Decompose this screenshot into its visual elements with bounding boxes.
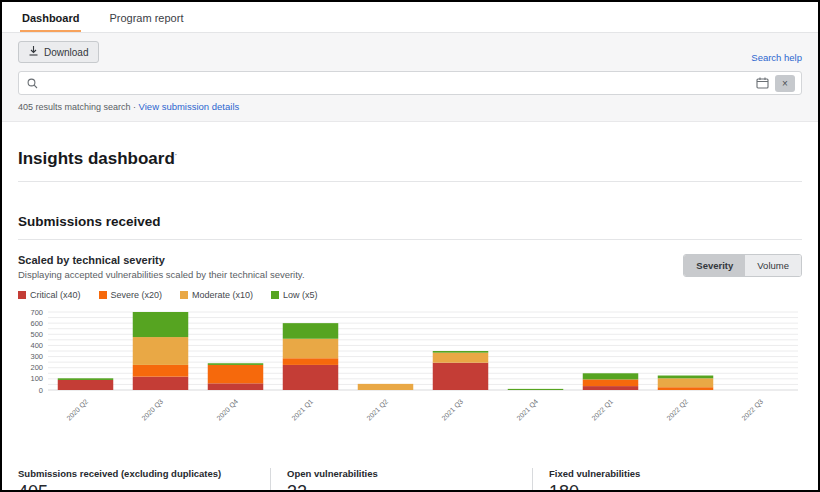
- stat-fixed-vulnerabilities: Fixed vulnerabilities 180 Currently in R…: [532, 468, 802, 492]
- severity-volume-toggle: Severity Volume: [683, 254, 802, 277]
- bar-segment[interactable]: [358, 384, 414, 390]
- stacked-bar-chart: 01002003004005006007002020 Q22020 Q32020…: [18, 306, 804, 422]
- search-bar: ×: [18, 71, 802, 95]
- search-icon: [27, 78, 38, 89]
- legend-swatch-icon: [180, 291, 188, 299]
- bar-segment[interactable]: [283, 323, 339, 339]
- bar-segment[interactable]: [133, 365, 189, 377]
- svg-text:600: 600: [30, 319, 43, 328]
- bar-segment[interactable]: [658, 387, 714, 390]
- search-input[interactable]: [44, 78, 756, 89]
- svg-text:400: 400: [30, 341, 43, 350]
- results-text: 405 results matching search ·: [18, 102, 136, 112]
- svg-text:300: 300: [30, 352, 43, 361]
- bar-segment[interactable]: [433, 363, 489, 390]
- legend-swatch-icon: [99, 291, 107, 299]
- bar-segment[interactable]: [283, 339, 339, 359]
- bar-segment[interactable]: [208, 383, 264, 390]
- bar-segment[interactable]: [658, 378, 714, 387]
- bar-segment[interactable]: [658, 376, 714, 379]
- toggle-severity[interactable]: Severity: [684, 255, 745, 276]
- svg-text:700: 700: [30, 308, 43, 317]
- calendar-icon[interactable]: [756, 77, 769, 89]
- stat-label: Open vulnerabilities: [287, 468, 512, 479]
- svg-text:0: 0: [39, 386, 43, 395]
- x-axis-label: 2020 Q2: [65, 398, 90, 422]
- x-axis-label: 2022 Q1: [590, 398, 615, 422]
- stat-label: Fixed vulnerabilities: [549, 468, 782, 479]
- bar-segment[interactable]: [58, 378, 114, 380]
- svg-text:100: 100: [30, 374, 43, 383]
- legend-item: Critical (x40): [18, 290, 81, 300]
- legend-item: Moderate (x10): [180, 290, 253, 300]
- legend-swatch-icon: [271, 291, 279, 299]
- bar-segment[interactable]: [283, 365, 339, 390]
- severity-chart: 01002003004005006007002020 Q22020 Q32020…: [18, 306, 802, 426]
- bar-segment[interactable]: [433, 351, 489, 353]
- bar-segment[interactable]: [133, 312, 189, 337]
- x-axis-label: 2022 Q2: [665, 398, 690, 422]
- title-marker: ·: [175, 150, 178, 159]
- main-content: Insights dashboard· Submissions received…: [2, 149, 818, 492]
- x-axis-label: 2021 Q1: [290, 398, 315, 422]
- view-submission-details-link[interactable]: View submission details: [139, 101, 240, 112]
- bar-segment[interactable]: [583, 379, 639, 386]
- toolbar-band: Download Search help × 405 results match…: [2, 33, 818, 122]
- svg-text:500: 500: [30, 330, 43, 339]
- bar-segment[interactable]: [283, 358, 339, 365]
- tab-program-report[interactable]: Program report: [107, 6, 185, 32]
- bar-segment[interactable]: [583, 386, 639, 390]
- legend-swatch-icon: [18, 291, 26, 299]
- stat-value: 405: [18, 482, 250, 492]
- legend-item: Low (x5): [271, 290, 318, 300]
- x-axis-label: 2021 Q2: [365, 398, 390, 422]
- bar-segment[interactable]: [508, 389, 564, 390]
- chart-subtitle: Displaying accepted vulnerabilities scal…: [18, 269, 305, 280]
- bar-segment[interactable]: [583, 373, 639, 379]
- stat-value: 180: [549, 482, 782, 492]
- bar-segment[interactable]: [208, 363, 264, 365]
- x-axis-label: 2020 Q4: [215, 398, 240, 422]
- download-button[interactable]: Download: [18, 41, 99, 63]
- download-label: Download: [44, 47, 88, 58]
- chart-title: Scaled by technical severity: [18, 254, 305, 266]
- stat-label: Submissions received (excluding duplicat…: [18, 468, 250, 479]
- x-axis-label: 2022 Q3: [740, 398, 765, 422]
- bar-segment[interactable]: [433, 353, 489, 363]
- bar-segment[interactable]: [58, 380, 114, 390]
- page-title: Insights dashboard·: [18, 149, 802, 182]
- stat-open-vulnerabilities: Open vulnerabilities 32 Currently in Tri…: [270, 468, 532, 492]
- stats-row: Submissions received (excluding duplicat…: [18, 468, 802, 492]
- legend-item: Severe (x20): [99, 290, 163, 300]
- search-results-line: 405 results matching search · View submi…: [18, 101, 802, 112]
- chart-card: Scaled by technical severity Displaying …: [18, 240, 802, 426]
- svg-text:200: 200: [30, 363, 43, 372]
- search-help-link[interactable]: Search help: [751, 52, 802, 63]
- stat-value: 32: [287, 482, 512, 492]
- bar-segment[interactable]: [133, 337, 189, 365]
- tab-bar: Dashboard Program report: [2, 2, 818, 33]
- close-icon[interactable]: ×: [775, 75, 795, 92]
- toggle-volume[interactable]: Volume: [745, 255, 801, 276]
- x-axis-label: 2021 Q3: [440, 398, 465, 422]
- bar-segment[interactable]: [133, 377, 189, 390]
- download-icon: [29, 46, 38, 58]
- bar-segment[interactable]: [208, 365, 264, 383]
- tab-dashboard[interactable]: Dashboard: [20, 6, 81, 32]
- stat-submissions-received: Submissions received (excluding duplicat…: [18, 468, 270, 492]
- x-axis-label: 2021 Q4: [515, 398, 540, 422]
- x-axis-label: 2020 Q3: [140, 398, 165, 422]
- chart-legend: Critical (x40)Severe (x20)Moderate (x10)…: [18, 290, 802, 300]
- section-title: Submissions received: [18, 214, 802, 240]
